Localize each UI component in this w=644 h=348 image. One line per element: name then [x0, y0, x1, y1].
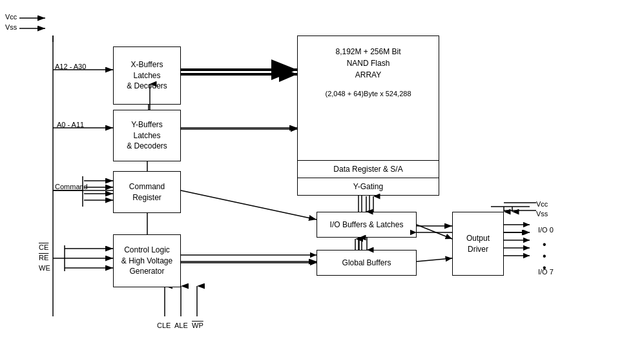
a12-a30-label: A12 - A30: [55, 63, 86, 70]
diagram-container: Vcc Vss A12 - A30 A0 - A11 Command CE RE…: [0, 0, 644, 348]
command-label: Command: [55, 183, 88, 190]
output-driver-block: OutputDriver: [452, 212, 504, 276]
io0-label: I/O 0: [538, 226, 554, 234]
ale-label: ALE: [174, 322, 188, 329]
nand-array-block: 8,192M + 256M Bit NAND Flash ARRAY (2,04…: [297, 36, 439, 161]
vcc-right-label: Vcc: [536, 200, 548, 208]
wp-label: WP: [192, 322, 203, 329]
data-register-block: Data Register & S/A: [297, 160, 439, 178]
ce-label: CE: [39, 243, 48, 251]
command-register-block: CommandRegister: [113, 171, 181, 213]
we-label: WE: [39, 264, 50, 272]
x-buffers-block: X-BuffersLatches& Decoders: [113, 46, 181, 105]
y-gating-block: Y-Gating: [297, 178, 439, 196]
y-buffers-block: Y-BuffersLatches& Decoders: [113, 110, 181, 161]
vcc-top-label: Vcc: [5, 13, 17, 21]
vss-right-label: Vss: [536, 210, 548, 218]
svg-line-19: [181, 190, 317, 220]
global-buffers-block: Global Buffers: [317, 250, 417, 276]
vss-top-label: Vss: [5, 23, 17, 31]
control-logic-block: Control Logic& High VoltageGenerator: [113, 234, 181, 287]
re-label: RE: [39, 254, 48, 261]
a0-a11-label: A0 - A11: [57, 121, 84, 128]
cle-label: CLE: [157, 322, 171, 329]
io7-label: I/O 7: [538, 268, 554, 276]
io-buffers-block: I/O Buffers & Latches: [317, 212, 417, 238]
